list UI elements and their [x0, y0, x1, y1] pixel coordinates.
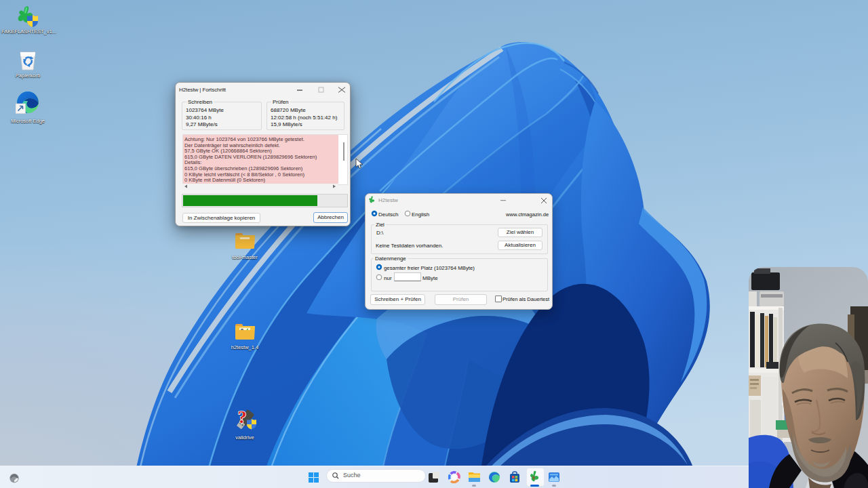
svg-text:?: ?: [238, 408, 247, 427]
